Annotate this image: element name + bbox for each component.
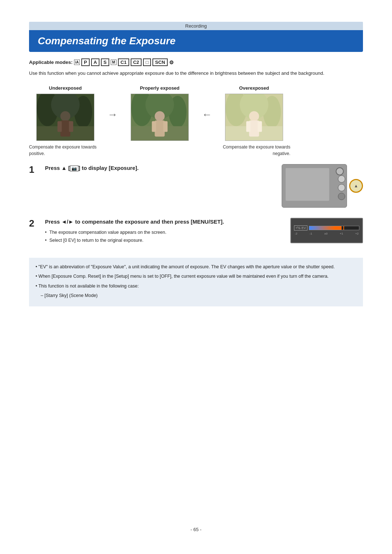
overexposed-label: Overexposed bbox=[239, 85, 269, 91]
caption-over: Compensate the exposure towards negative… bbox=[218, 144, 290, 157]
ev-display: +⅓ EV -2 -1 ±0 +1 +2 bbox=[290, 218, 363, 243]
camera-btn-1 bbox=[338, 175, 345, 183]
properly-exposed-photo-svg bbox=[131, 94, 188, 140]
ev-marker bbox=[343, 226, 344, 230]
svg-rect-6 bbox=[60, 121, 70, 137]
camera-top-dot bbox=[336, 167, 344, 175]
ev-tick-4: +2 bbox=[355, 232, 359, 235]
step-2-image: +⅓ EV -2 -1 ±0 +1 +2 bbox=[290, 218, 363, 243]
step-2-body: Press ◄/► to compensate the exposure and… bbox=[45, 218, 224, 245]
ev-tick-row: -2 -1 ±0 +1 +2 bbox=[294, 232, 359, 235]
camera-body bbox=[282, 164, 347, 208]
step-1-number: 1 bbox=[29, 165, 41, 174]
arrow-left: ← bbox=[196, 85, 218, 121]
step-2-content: 2 Press ◄/► to compensate the exposure a… bbox=[29, 218, 279, 245]
note-3: This function is not available in the fo… bbox=[36, 282, 356, 290]
section-label: Recording bbox=[29, 22, 363, 30]
caption-under: Compensate the exposure towards positive… bbox=[29, 144, 102, 157]
note-4: – [Starry Sky] (Scene Mode) bbox=[36, 292, 356, 300]
page: Recording Compensating the Exposure Appl… bbox=[0, 0, 392, 554]
mode-badge-c1: C1 bbox=[118, 58, 129, 66]
step-2-bullet-1: The exposure compensation value appears … bbox=[45, 228, 224, 237]
properly-exposed-label: Properly exposed bbox=[140, 85, 179, 91]
underexposed-photo bbox=[36, 94, 94, 141]
overexposed-photo-svg bbox=[225, 94, 283, 140]
svg-rect-16 bbox=[152, 121, 156, 132]
mode-badge-p: P bbox=[81, 58, 90, 66]
step-2-bullets: The exposure compensation value appears … bbox=[45, 228, 224, 245]
svg-rect-26 bbox=[258, 121, 262, 132]
step-2-title: Press ◄/► to compensate the exposure and… bbox=[45, 218, 224, 225]
step-1-content: 1 Press ▲ [📷] to display [Exposure]. bbox=[29, 164, 271, 175]
underexposed-label: Underexposed bbox=[49, 85, 82, 91]
mode-badge-a: A bbox=[91, 58, 99, 66]
note-1: "EV" is an abbreviation of "Exposure Val… bbox=[36, 263, 356, 271]
ev-fill bbox=[309, 226, 342, 230]
page-number: - 65 - bbox=[29, 512, 363, 532]
overexposed-example: Overexposed bbox=[218, 85, 290, 141]
mode-icon-ia: iA bbox=[74, 60, 80, 65]
svg-rect-7 bbox=[57, 121, 62, 132]
svg-point-23 bbox=[249, 111, 259, 121]
camera-panel-1: ▲ bbox=[282, 164, 363, 208]
underexposed-photo-svg bbox=[37, 94, 94, 140]
ev-label: +⅓ EV bbox=[294, 225, 307, 231]
note-2: When [Exposure Comp. Reset] in the [Setu… bbox=[36, 272, 356, 281]
mode-badge-c2: C2 bbox=[131, 58, 142, 66]
overexposed-photo bbox=[225, 94, 283, 141]
captions-row: Compensate the exposure towards positive… bbox=[29, 144, 363, 157]
mode-badge-box: □ bbox=[143, 58, 151, 66]
step-1-image: ▲ bbox=[282, 164, 363, 208]
applicable-modes-label: Applicable modes: bbox=[29, 60, 73, 65]
properly-exposed-example: Properly exposed bbox=[123, 85, 196, 141]
exposure-examples: Underexposed → bbox=[29, 85, 363, 141]
underexposed-example: Underexposed bbox=[29, 85, 102, 141]
ev-top-row: +⅓ EV bbox=[294, 225, 359, 231]
camera-nav bbox=[338, 175, 345, 200]
ev-tick-3: +1 bbox=[340, 232, 343, 235]
notes-box: "EV" is an abbreviation of "Exposure Val… bbox=[29, 258, 363, 306]
description-text: Use this function when you cannot achiev… bbox=[29, 70, 363, 77]
properly-exposed-photo bbox=[131, 94, 189, 141]
step-2-bullet-2: Select [0 EV] to return to the original … bbox=[45, 236, 224, 245]
mode-icon-custom: ⚙ bbox=[169, 60, 174, 65]
step-2-number: 2 bbox=[29, 219, 41, 228]
svg-point-14 bbox=[155, 111, 165, 121]
svg-rect-8 bbox=[69, 121, 73, 132]
camera-btn-2 bbox=[338, 184, 345, 191]
step-1-title: Press ▲ [📷] to display [Exposure]. bbox=[45, 164, 139, 172]
applicable-modes: Applicable modes: iA P A S M C1 C2 □ SCN… bbox=[29, 58, 363, 66]
camera-btn-3 bbox=[338, 193, 345, 200]
mode-icon-m: M bbox=[111, 60, 117, 65]
svg-rect-15 bbox=[155, 121, 165, 137]
ev-tick-2: ±0 bbox=[324, 232, 328, 235]
mode-badge-s: S bbox=[101, 58, 109, 66]
camera-screen bbox=[286, 168, 329, 201]
mode-badge-scn: SCN bbox=[152, 58, 167, 66]
step-2: 2 Press ◄/► to compensate the exposure a… bbox=[29, 218, 363, 245]
svg-rect-17 bbox=[163, 121, 168, 132]
svg-point-5 bbox=[60, 111, 70, 121]
svg-rect-25 bbox=[246, 121, 250, 132]
ev-tick-0: -2 bbox=[295, 232, 297, 235]
arrow-right: → bbox=[102, 85, 123, 121]
page-title: Compensating the Exposure bbox=[29, 30, 363, 52]
step-1: 1 Press ▲ [📷] to display [Exposure]. bbox=[29, 164, 363, 208]
svg-rect-24 bbox=[249, 121, 259, 137]
ev-scale bbox=[309, 226, 359, 230]
camera-highlight-btn: ▲ bbox=[349, 179, 363, 193]
ev-tick-1: -1 bbox=[310, 232, 312, 235]
